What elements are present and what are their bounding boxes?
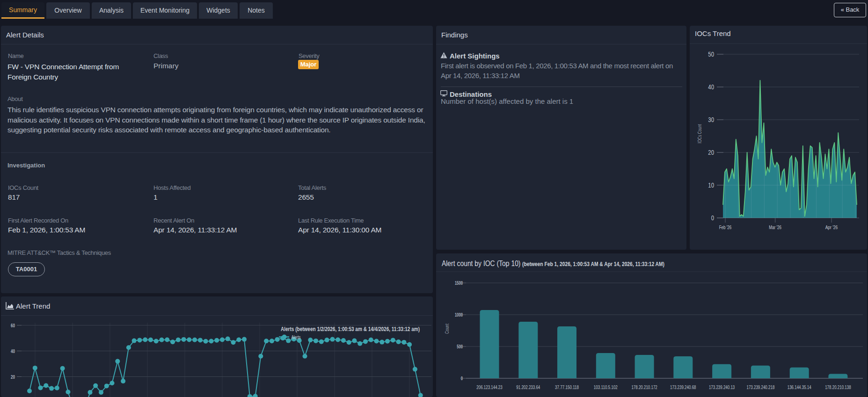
svg-text:173.239.240.68: 173.239.240.68: [670, 384, 696, 390]
svg-text:37.77.150.118: 37.77.150.118: [555, 384, 579, 390]
svg-text:20: 20: [11, 375, 15, 380]
svg-text:Alerts: Alerts: [292, 334, 301, 340]
svg-text:Count: Count: [444, 324, 450, 334]
svg-text:500: 500: [457, 344, 463, 349]
svg-text:30: 30: [708, 116, 714, 123]
svg-text:0: 0: [461, 375, 463, 381]
svg-text:20: 20: [708, 149, 714, 156]
svg-text:1500: 1500: [455, 280, 463, 286]
svg-text:Apr '26: Apr '26: [825, 224, 838, 230]
svg-text:(between Feb 1, 2026, 1:00:53: (between Feb 1, 2026, 1:00:53 AM & Apr 1…: [522, 260, 664, 267]
svg-text:178.20.210.138: 178.20.210.138: [825, 384, 851, 390]
svg-text:60: 60: [11, 323, 15, 328]
svg-text:136.144.35.14: 136.144.35.14: [788, 384, 811, 390]
svg-text:IOCs Count: IOCs Count: [697, 124, 702, 143]
svg-text:40: 40: [11, 349, 15, 354]
svg-text:Feb '26: Feb '26: [719, 224, 732, 230]
svg-text:Mar '26: Mar '26: [769, 224, 781, 230]
svg-text:0: 0: [711, 214, 714, 222]
svg-text:91.202.233.64: 91.202.233.64: [516, 384, 540, 390]
svg-text:Alerts (between 1/2/2026, 1:00: Alerts (between 1/2/2026, 1:00:53 am & 1…: [281, 325, 420, 332]
svg-text:178.20.210.172: 178.20.210.172: [631, 384, 657, 390]
svg-text:173.239.240.218: 173.239.240.218: [746, 384, 774, 390]
svg-text:Alert count by IOC (Top 10): Alert count by IOC (Top 10): [442, 260, 521, 267]
svg-text:173.239.240.13: 173.239.240.13: [709, 384, 735, 390]
svg-text:50: 50: [708, 51, 714, 58]
svg-text:1000: 1000: [455, 312, 463, 318]
svg-text:103.110.5.102: 103.110.5.102: [594, 384, 618, 390]
svg-text:206.123.144.23: 206.123.144.23: [476, 384, 502, 390]
svg-text:10: 10: [708, 181, 714, 189]
svg-text:40: 40: [708, 83, 714, 91]
